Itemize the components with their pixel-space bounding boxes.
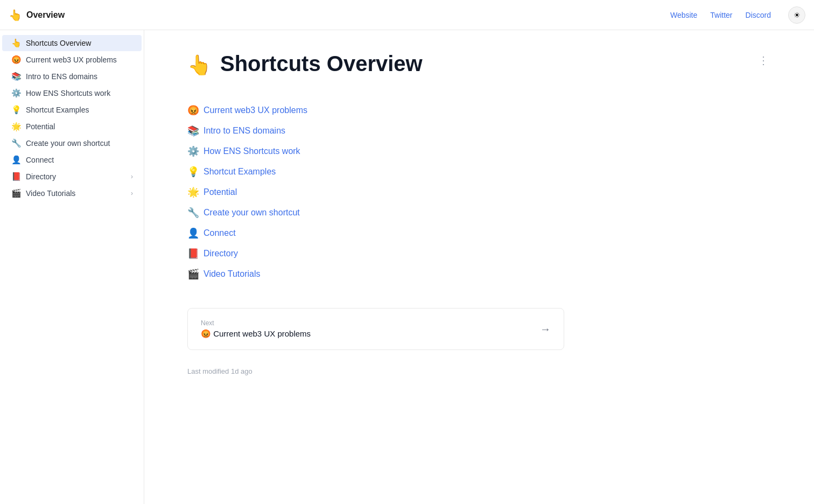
sidebar-label-potential: Potential	[26, 122, 133, 131]
sidebar-icon-create-shortcut: 🔧	[11, 138, 22, 148]
content-link-item-2: ⚙️How ENS Shortcuts work	[187, 143, 771, 159]
discord-link[interactable]: Discord	[746, 11, 771, 19]
content-links: 😡Current web3 UX problems📚Intro to ENS d…	[187, 102, 771, 282]
content-link-6[interactable]: Connect	[204, 228, 236, 238]
website-link[interactable]: Website	[670, 11, 697, 19]
app-logo-icon: 👆	[9, 9, 22, 22]
sidebar-icon-video-tutorials: 🎬	[11, 188, 22, 198]
page-header-icon: 👆	[187, 54, 212, 76]
content-link-8[interactable]: Video Tutorials	[204, 269, 261, 279]
sidebar-item-connect[interactable]: 👤Connect	[2, 152, 142, 168]
content-link-2[interactable]: How ENS Shortcuts work	[204, 146, 300, 156]
sidebar-icon-shortcuts-overview: 👆	[11, 38, 22, 48]
content-link-4[interactable]: Potential	[204, 187, 237, 197]
content-link-item-8: 🎬Video Tutorials	[187, 266, 771, 282]
main-content: 👆 Shortcuts Overview ⋮ 😡Current web3 UX …	[144, 30, 814, 504]
next-card[interactable]: Next 😡 Current web3 UX problems →	[187, 308, 564, 350]
theme-toggle-button[interactable]: ☀	[788, 6, 805, 24]
page-title: Shortcuts Overview	[220, 52, 423, 76]
content-link-0[interactable]: Current web3 UX problems	[204, 106, 307, 115]
sidebar-label-ens-domains: Intro to ENS domains	[26, 72, 133, 81]
next-arrow-icon: →	[540, 323, 551, 335]
content-link-emoji-8: 🎬	[187, 268, 199, 280]
sidebar-item-how-ens-shortcuts[interactable]: ⚙️How ENS Shortcuts work	[2, 85, 142, 101]
sidebar: 👆Shortcuts Overview😡Current web3 UX prob…	[0, 30, 144, 504]
topnav-links: Website Twitter Discord ☀	[670, 6, 805, 24]
sidebar-icon-connect: 👤	[11, 155, 22, 165]
sidebar-label-web3-problems: Current web3 UX problems	[26, 55, 133, 64]
content-link-emoji-5: 🔧	[187, 207, 199, 219]
theme-icon: ☀	[794, 11, 801, 19]
content-link-emoji-6: 👤	[187, 227, 199, 239]
content-link-item-0: 😡Current web3 UX problems	[187, 102, 771, 118]
sidebar-item-web3-problems[interactable]: 😡Current web3 UX problems	[2, 52, 142, 68]
sidebar-icon-shortcut-examples: 💡	[11, 105, 22, 115]
sidebar-icon-ens-domains: 📚	[11, 72, 22, 81]
sidebar-label-create-shortcut: Create your own shortcut	[26, 139, 133, 148]
sidebar-chevron-video-tutorials: ›	[131, 190, 133, 197]
sidebar-label-how-ens-shortcuts: How ENS Shortcuts work	[26, 89, 133, 97]
content-link-item-3: 💡Shortcut Examples	[187, 164, 771, 180]
content-link-emoji-0: 😡	[187, 104, 199, 116]
next-label: Next	[201, 319, 311, 327]
sidebar-item-directory[interactable]: 📕Directory›	[2, 169, 142, 185]
sidebar-item-shortcut-examples[interactable]: 💡Shortcut Examples	[2, 102, 142, 118]
app-title: Overview	[26, 10, 65, 20]
content-link-item-7: 📕Directory	[187, 246, 771, 262]
content-link-5[interactable]: Create your own shortcut	[204, 208, 300, 218]
twitter-link[interactable]: Twitter	[710, 11, 732, 19]
content-link-emoji-7: 📕	[187, 248, 199, 260]
sidebar-item-potential[interactable]: 🌟Potential	[2, 118, 142, 135]
content-link-item-5: 🔧Create your own shortcut	[187, 205, 771, 221]
more-options-button[interactable]: ⋮	[756, 52, 771, 69]
sidebar-label-connect: Connect	[26, 156, 133, 164]
content-link-item-6: 👤Connect	[187, 225, 771, 241]
content-link-emoji-4: 🌟	[187, 186, 199, 198]
next-card-left: Next 😡 Current web3 UX problems	[201, 319, 311, 339]
sidebar-item-shortcuts-overview[interactable]: 👆Shortcuts Overview	[2, 35, 142, 51]
layout: 👆Shortcuts Overview😡Current web3 UX prob…	[0, 30, 814, 504]
content-link-3[interactable]: Shortcut Examples	[204, 167, 276, 177]
sidebar-icon-potential: 🌟	[11, 122, 22, 131]
content-link-1[interactable]: Intro to ENS domains	[204, 126, 285, 136]
sidebar-chevron-directory: ›	[131, 173, 133, 180]
page-header: 👆 Shortcuts Overview ⋮	[187, 52, 771, 76]
sidebar-item-video-tutorials[interactable]: 🎬Video Tutorials›	[2, 185, 142, 201]
sidebar-label-shortcuts-overview: Shortcuts Overview	[26, 39, 133, 47]
content-link-emoji-2: ⚙️	[187, 145, 199, 157]
sidebar-label-shortcut-examples: Shortcut Examples	[26, 106, 133, 114]
sidebar-item-create-shortcut[interactable]: 🔧Create your own shortcut	[2, 135, 142, 151]
next-title: 😡 Current web3 UX problems	[201, 329, 311, 339]
sidebar-icon-how-ens-shortcuts: ⚙️	[11, 88, 22, 98]
content-link-item-4: 🌟Potential	[187, 184, 771, 200]
content-link-item-1: 📚Intro to ENS domains	[187, 123, 771, 139]
app-logo: 👆 Overview	[9, 9, 65, 22]
sidebar-label-video-tutorials: Video Tutorials	[26, 189, 127, 198]
topnav: 👆 Overview Website Twitter Discord ☀	[0, 0, 814, 30]
last-modified: Last modified 1d ago	[187, 367, 771, 375]
sidebar-icon-directory: 📕	[11, 172, 22, 181]
sidebar-icon-web3-problems: 😡	[11, 55, 22, 65]
sidebar-item-ens-domains[interactable]: 📚Intro to ENS domains	[2, 68, 142, 85]
content-link-emoji-1: 📚	[187, 125, 199, 137]
content-link-7[interactable]: Directory	[204, 249, 238, 258]
content-link-emoji-3: 💡	[187, 166, 199, 178]
sidebar-label-directory: Directory	[26, 172, 127, 181]
